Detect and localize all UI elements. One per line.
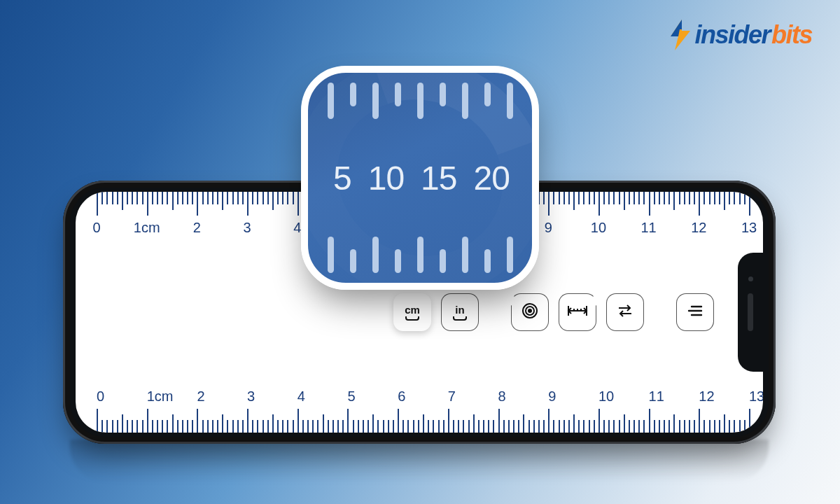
tick-major bbox=[548, 409, 550, 433]
tick-minor bbox=[237, 420, 239, 433]
tick-minor bbox=[613, 420, 615, 433]
tick-minor bbox=[684, 420, 685, 433]
menu-button[interactable] bbox=[676, 293, 714, 331]
tick-minor bbox=[202, 420, 204, 433]
swap-button[interactable] bbox=[606, 293, 644, 331]
tick-minor bbox=[629, 420, 630, 433]
tick-minor bbox=[578, 420, 580, 433]
tick-minor bbox=[418, 420, 419, 433]
tick-minor bbox=[358, 420, 359, 433]
tick-half bbox=[673, 414, 675, 433]
tick-minor bbox=[393, 420, 394, 433]
unit-cm-button[interactable]: cm bbox=[393, 293, 431, 331]
tick-minor bbox=[207, 420, 209, 433]
tick-minor bbox=[694, 420, 695, 433]
tick-minor bbox=[167, 192, 168, 204]
tick-minor bbox=[503, 420, 505, 433]
tick-minor bbox=[679, 420, 680, 433]
tick-major bbox=[598, 192, 600, 216]
app-icon-num: 15 bbox=[421, 159, 456, 197]
tick-minor bbox=[237, 192, 239, 204]
tick-major bbox=[247, 409, 248, 433]
tick-minor bbox=[619, 420, 620, 433]
tick-minor bbox=[262, 420, 264, 433]
tick-half bbox=[573, 192, 575, 210]
ruler-span-icon bbox=[567, 304, 588, 321]
ruler-label: 6 bbox=[398, 388, 405, 405]
calibrate-button[interactable] bbox=[511, 293, 549, 331]
tick-minor bbox=[312, 420, 314, 433]
tick-minor bbox=[543, 192, 545, 204]
tick-minor bbox=[152, 192, 153, 204]
tick-minor bbox=[638, 420, 640, 433]
ruler-label: 11 bbox=[640, 220, 656, 236]
tick-minor bbox=[643, 420, 645, 433]
tick-minor bbox=[257, 420, 258, 433]
tick-minor bbox=[182, 420, 183, 433]
tick-minor bbox=[413, 420, 414, 433]
tick-half bbox=[724, 192, 725, 210]
tick-minor bbox=[719, 192, 720, 204]
tick-minor bbox=[518, 420, 519, 433]
tick-minor bbox=[157, 420, 158, 433]
tick-major bbox=[498, 409, 500, 433]
tick-half bbox=[272, 414, 274, 433]
tick-minor bbox=[212, 192, 214, 204]
tick-minor bbox=[142, 420, 144, 433]
tick-minor bbox=[377, 420, 379, 433]
tick-minor bbox=[438, 420, 440, 433]
tick-minor bbox=[407, 420, 409, 433]
tick-minor bbox=[664, 192, 665, 204]
tick-minor bbox=[112, 420, 113, 433]
tick-minor bbox=[478, 420, 479, 433]
ruler-label: 1cm bbox=[134, 220, 160, 236]
underline-icon bbox=[405, 316, 419, 321]
tick-minor bbox=[528, 420, 530, 433]
insiderbits-logo: insiderbits bbox=[668, 20, 812, 50]
tick-minor bbox=[353, 420, 354, 433]
ruler-label: 2 bbox=[193, 220, 201, 236]
tick-minor bbox=[613, 192, 615, 204]
tick-minor bbox=[307, 420, 309, 433]
tick-minor bbox=[177, 420, 178, 433]
app-icon-tick bbox=[440, 249, 446, 273]
tick-minor bbox=[127, 192, 128, 204]
tick-half bbox=[172, 414, 174, 433]
target-icon bbox=[521, 302, 539, 323]
app-icon-tick bbox=[395, 249, 401, 273]
tick-minor bbox=[252, 420, 253, 433]
tick-minor bbox=[443, 420, 444, 433]
tick-minor bbox=[619, 192, 620, 204]
tick-minor bbox=[463, 420, 464, 433]
tick-minor bbox=[654, 420, 655, 433]
ruler-label: 13 bbox=[741, 220, 757, 236]
tick-major bbox=[197, 192, 198, 216]
ruler-label: 12 bbox=[699, 388, 714, 405]
unit-in-label: in bbox=[455, 304, 464, 316]
tick-minor bbox=[553, 420, 554, 433]
tick-minor bbox=[608, 192, 610, 204]
tick-minor bbox=[659, 192, 660, 204]
tick-minor bbox=[714, 192, 715, 204]
tick-minor bbox=[589, 192, 590, 204]
tick-minor bbox=[433, 420, 434, 433]
tick-minor bbox=[739, 192, 741, 204]
tick-minor bbox=[684, 192, 685, 204]
app-icon-tick bbox=[417, 83, 424, 119]
tick-half bbox=[423, 414, 424, 433]
tick-major bbox=[97, 192, 98, 216]
ruler-label: 10 bbox=[598, 388, 614, 405]
tick-major bbox=[398, 409, 399, 433]
tick-minor bbox=[553, 192, 554, 204]
app-icon-tick bbox=[350, 83, 356, 106]
tick-minor bbox=[317, 420, 318, 433]
tick-minor bbox=[102, 420, 103, 433]
reflection bbox=[70, 440, 769, 482]
span-button[interactable] bbox=[559, 293, 596, 331]
unit-in-button[interactable]: in bbox=[441, 293, 479, 331]
tick-minor bbox=[117, 420, 118, 433]
tick-minor bbox=[493, 420, 494, 433]
tick-minor bbox=[332, 420, 334, 433]
tick-minor bbox=[388, 420, 389, 433]
tick-minor bbox=[734, 192, 735, 204]
